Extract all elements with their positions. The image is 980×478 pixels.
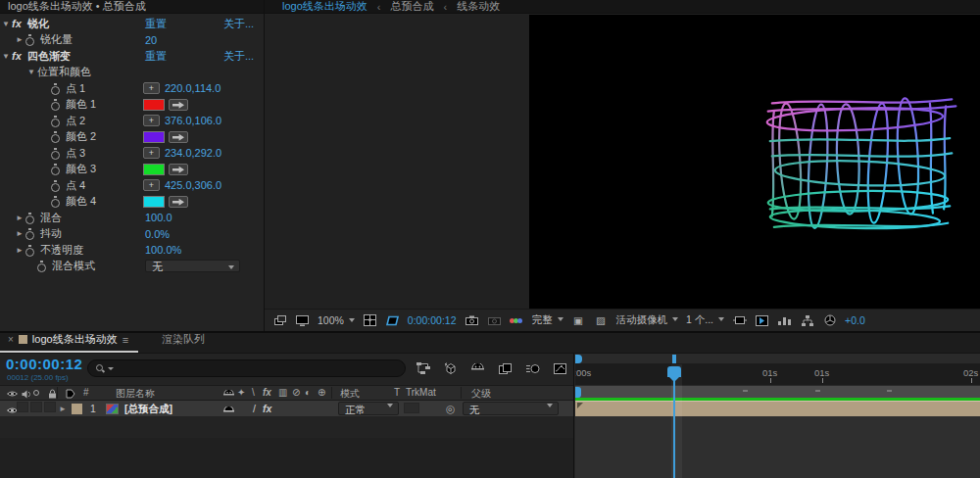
composition-viewport[interactable] bbox=[265, 15, 980, 309]
layer-parent-dropdown[interactable]: 无 bbox=[463, 402, 559, 415]
solo-icon[interactable] bbox=[33, 390, 39, 396]
stopwatch-icon[interactable] bbox=[51, 116, 61, 126]
layer-shy-icon[interactable] bbox=[221, 404, 236, 417]
mask-path-visibility-icon[interactable] bbox=[385, 313, 400, 327]
render-queue-tab[interactable]: 渲染队列 bbox=[138, 332, 215, 353]
timeline-icon[interactable] bbox=[777, 313, 792, 327]
stopwatch-icon[interactable] bbox=[51, 180, 61, 191]
audio-speaker-icon[interactable] bbox=[19, 387, 33, 401]
trkmat-toggle-header[interactable]: T bbox=[394, 387, 400, 398]
show-snapshot-icon[interactable] bbox=[487, 313, 502, 327]
property-value[interactable]: 100.0 bbox=[145, 212, 172, 223]
stopwatch-icon[interactable] bbox=[51, 196, 61, 207]
color-swatch[interactable] bbox=[143, 99, 165, 111]
layer-twirl-icon[interactable]: ► bbox=[59, 405, 67, 413]
effect-controls-tab[interactable]: logo线条出场动效 • 总预合成 bbox=[0, 0, 146, 14]
exposure-value[interactable]: +0.0 bbox=[845, 314, 865, 326]
layer-row-1[interactable]: ► 1 [总预合成] / fx 正常 ◎ 无 bbox=[0, 401, 573, 417]
fast-previews-icon[interactable] bbox=[755, 313, 769, 327]
panel-menu-icon[interactable]: ≡ bbox=[122, 334, 128, 346]
magnification-dropdown[interactable]: 100% bbox=[318, 314, 355, 326]
layer-quality-icon[interactable]: / bbox=[253, 403, 256, 414]
stopwatch-icon[interactable] bbox=[25, 213, 35, 223]
stopwatch-icon[interactable] bbox=[51, 99, 61, 110]
video-eye-icon[interactable] bbox=[5, 387, 20, 401]
hide-shy-layers-icon[interactable] bbox=[470, 361, 485, 375]
navigator-start-handle[interactable] bbox=[575, 355, 582, 363]
trkmat-slot[interactable] bbox=[404, 403, 419, 413]
draft-3d-icon[interactable] bbox=[443, 361, 458, 375]
blend-mode-dropdown[interactable]: 无 bbox=[145, 260, 240, 272]
quality-icon[interactable]: \ bbox=[252, 387, 255, 398]
layer-fx-icon[interactable]: fx bbox=[263, 403, 271, 414]
point-control-icon[interactable]: + bbox=[143, 147, 160, 159]
region-of-interest-icon[interactable]: ▣ bbox=[571, 313, 586, 327]
eyedropper-icon[interactable] bbox=[169, 99, 188, 111]
layer-mode-dropdown[interactable]: 正常 bbox=[338, 402, 399, 415]
work-area-marker[interactable] bbox=[815, 390, 820, 392]
parent-column-header[interactable]: 父级 bbox=[471, 387, 491, 401]
search-input[interactable] bbox=[117, 363, 381, 374]
close-icon[interactable]: × bbox=[8, 334, 14, 345]
always-preview-icon[interactable] bbox=[272, 313, 287, 327]
view-layout-dropdown[interactable]: 1 个... bbox=[686, 313, 724, 327]
preview-time-button[interactable]: 0:00:00:12 bbox=[408, 314, 457, 326]
stopwatch-icon[interactable] bbox=[51, 164, 61, 174]
twirl-right-icon[interactable]: ► bbox=[14, 246, 25, 255]
playhead-handle[interactable] bbox=[667, 366, 681, 377]
fx-badge[interactable]: fx bbox=[12, 50, 27, 62]
playhead-line[interactable] bbox=[673, 366, 675, 478]
stopwatch-icon[interactable] bbox=[51, 83, 61, 94]
about-link[interactable]: 关于... bbox=[223, 49, 254, 64]
point-control-icon[interactable]: + bbox=[143, 179, 160, 191]
work-area-start-handle[interactable] bbox=[575, 387, 581, 398]
frame-blend-column-icon[interactable]: ▥ bbox=[278, 387, 287, 398]
time-ruler[interactable]: 0:00s 01s 01s 02s bbox=[575, 364, 980, 385]
mode-column-header[interactable]: 模式 bbox=[340, 387, 360, 401]
about-link[interactable]: 关于... bbox=[223, 17, 254, 31]
work-area-marker[interactable] bbox=[887, 390, 892, 392]
breadcrumb-item[interactable]: 线条动效 bbox=[457, 0, 500, 14]
point-value[interactable]: 234.0,292.0 bbox=[165, 147, 221, 159]
property-value[interactable]: 0.0% bbox=[145, 228, 170, 240]
reset-link[interactable]: 重置 bbox=[145, 17, 167, 31]
audio-toggle-slot[interactable] bbox=[17, 402, 28, 412]
layer-label-swatch[interactable] bbox=[72, 404, 82, 414]
parent-pickwhip-icon[interactable]: ◎ bbox=[446, 403, 455, 414]
lock-toggle-slot[interactable] bbox=[44, 402, 56, 412]
breadcrumb-item[interactable]: 总预合成 bbox=[390, 0, 433, 14]
effects-column-icon[interactable]: fx bbox=[263, 387, 271, 398]
point-value[interactable]: 425.0,306.0 bbox=[165, 179, 221, 191]
search-box[interactable] bbox=[87, 359, 406, 377]
property-value[interactable]: 100.0% bbox=[145, 244, 181, 256]
work-area-bar[interactable] bbox=[575, 385, 980, 398]
twirl-down-icon[interactable]: ▼ bbox=[0, 52, 12, 61]
comp-mini-flowchart-icon[interactable] bbox=[416, 361, 430, 375]
pixel-aspect-correction-icon[interactable] bbox=[732, 313, 747, 327]
collapse-transforms-icon[interactable]: ✦ bbox=[237, 387, 245, 398]
navigator-time-tick[interactable] bbox=[672, 355, 676, 363]
breadcrumb-item-active[interactable]: logo线条出场动效 bbox=[282, 0, 368, 14]
fx-badge[interactable]: fx bbox=[12, 18, 27, 29]
reset-link[interactable]: 重置 bbox=[145, 49, 167, 64]
stopwatch-icon[interactable] bbox=[25, 228, 35, 239]
show-channel-icon[interactable] bbox=[510, 313, 524, 327]
stopwatch-icon[interactable] bbox=[51, 148, 61, 159]
color-swatch[interactable] bbox=[143, 164, 165, 175]
point-value[interactable]: 376.0,106.0 bbox=[165, 115, 221, 126]
solo-toggle-slot[interactable] bbox=[30, 402, 42, 412]
3d-layer-column-icon[interactable]: ⊕ bbox=[318, 387, 325, 398]
stopwatch-icon[interactable] bbox=[51, 131, 61, 142]
point-value[interactable]: 220.0,114.0 bbox=[165, 82, 220, 94]
twirl-down-icon[interactable]: ▼ bbox=[0, 20, 12, 28]
eyedropper-icon[interactable] bbox=[169, 164, 188, 175]
frame-blending-icon[interactable] bbox=[498, 361, 513, 375]
motion-blur-icon[interactable] bbox=[525, 361, 540, 375]
reset-exposure-icon[interactable] bbox=[822, 313, 837, 327]
stopwatch-icon[interactable] bbox=[37, 261, 47, 271]
point-control-icon[interactable]: + bbox=[143, 82, 160, 94]
property-value[interactable]: 20 bbox=[145, 34, 157, 46]
color-swatch[interactable] bbox=[143, 131, 165, 143]
stopwatch-icon[interactable] bbox=[25, 34, 35, 45]
layer-name-column-header[interactable]: 图层名称 bbox=[116, 387, 155, 401]
